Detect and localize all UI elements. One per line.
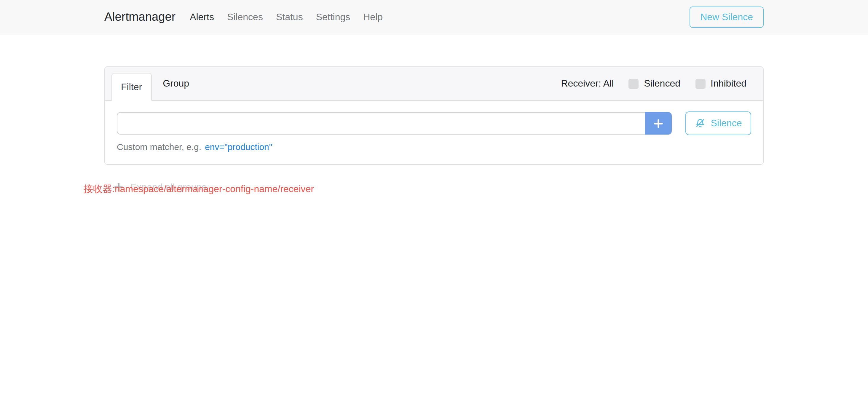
tab-filter[interactable]: Filter (112, 73, 152, 101)
nav-item-alerts[interactable]: Alerts (190, 11, 214, 22)
matcher-helper: Custom matcher, e.g.env="production" (117, 142, 751, 152)
inhibited-label: Inhibited (711, 78, 746, 89)
filter-card: Filter Group Receiver: All Silenced Inhi… (104, 66, 764, 165)
annotation-receiver-note: 接收器:namespace/altermanager-config-name/r… (84, 183, 314, 196)
silence-matcher-button[interactable]: Silence (685, 112, 751, 135)
nav-item-help[interactable]: Help (363, 11, 383, 22)
silence-button-label: Silence (711, 118, 742, 129)
silenced-checkbox[interactable] (628, 79, 639, 89)
tab-group[interactable]: Group (154, 78, 198, 89)
navbar: Alertmanager Alerts Silences Status Sett… (0, 0, 868, 34)
navbar-inner: Alertmanager Alerts Silences Status Sett… (104, 6, 764, 28)
filter-card-header: Filter Group Receiver: All Silenced Inhi… (105, 67, 763, 101)
matcher-row: Silence (117, 112, 751, 135)
app-brand[interactable]: Alertmanager (104, 10, 176, 24)
silenced-label: Silenced (644, 78, 680, 89)
bell-slash-icon (695, 118, 706, 129)
matcher-input-group (117, 112, 672, 135)
nav-item-silences[interactable]: Silences (227, 11, 263, 22)
alertmanager-page: Alertmanager Alerts Silences Status Sett… (0, 0, 868, 200)
matcher-input[interactable] (117, 112, 645, 134)
add-matcher-button[interactable] (645, 112, 672, 134)
header-controls: Receiver: All Silenced Inhibited (561, 78, 763, 89)
matcher-example-link[interactable]: env="production" (205, 142, 272, 152)
receiver-filter-label[interactable]: Receiver: All (561, 78, 614, 89)
filter-card-body: Silence Custom matcher, e.g.env="product… (105, 101, 763, 164)
new-silence-button[interactable]: New Silence (689, 6, 764, 28)
nav-item-status[interactable]: Status (276, 11, 303, 22)
helper-text: Custom matcher, e.g. (117, 142, 201, 152)
nav-item-settings[interactable]: Settings (316, 11, 350, 22)
inhibited-checkbox[interactable] (695, 79, 705, 89)
plus-icon (654, 119, 663, 128)
